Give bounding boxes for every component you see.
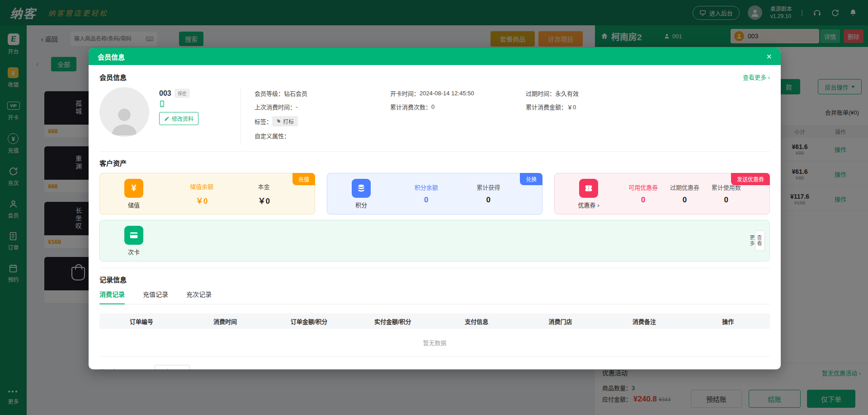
last-consume-label: 上次消费时间： [255, 103, 296, 111]
next-page-icon[interactable]: › [145, 368, 147, 369]
total-amount-label: 累计消费金额： [526, 103, 567, 111]
stat-label: 本金 [258, 182, 270, 191]
stat-value: 0 [486, 196, 491, 205]
edit-profile-button[interactable]: 修改资料 [159, 112, 198, 125]
col-remark: 消费备注 [602, 317, 686, 326]
stat-value: 0 [424, 196, 428, 205]
stat-value: ￥0 [258, 195, 269, 206]
prev-page-icon[interactable]: ‹ [125, 368, 127, 369]
records-section-head: 记录信息 [99, 275, 770, 284]
records-table: 订单编号 消费时间 订单金额/积分 实付金额/积分 支付信息 消费门店 消费备注… [99, 313, 770, 357]
level-label: 会员等级： [255, 89, 284, 98]
col-paid-amount: 实付金额/积分 [351, 317, 434, 326]
page-size-select[interactable]: 10条/页 [155, 365, 190, 369]
record-tabs: 消费记录 充值记录 充次记录 [99, 289, 770, 304]
member-section-title: 会员信息 [99, 72, 127, 82]
member-info-modal: 会员信息 × 会员信息 查看更多 › 003 保密 [89, 48, 781, 369]
points-icon [352, 179, 371, 198]
edit-profile-label: 修改资料 [172, 115, 193, 122]
member-summary: 003 保密 修改资料 会员等级：钻石会员 上次消费时间：- 标签： [99, 87, 770, 145]
coupon-icon [579, 179, 598, 198]
open-time-value: 2024-08-14 12:45:50 [420, 90, 474, 97]
tab-consume-records[interactable]: 消费记录 [99, 289, 125, 304]
records-table-header: 订单编号 消费时间 订单金额/积分 实付金额/积分 支付信息 消费门店 消费备注… [99, 313, 770, 329]
member-avatar [99, 87, 149, 137]
view-more-label: 查看更多 [743, 74, 766, 81]
assets-section-head: 客户资产 [99, 158, 770, 168]
privacy-badge: 保密 [175, 89, 189, 98]
stat-label: 可用优惠券 [628, 183, 658, 191]
empty-state: 暂无数据 [99, 329, 770, 357]
member-section-head: 会员信息 查看更多 › [99, 72, 770, 82]
custom-attr-label: 自定义属性： [255, 131, 290, 140]
col-consume-time: 消费时间 [183, 317, 267, 326]
modal-header: 会员信息 × [89, 48, 781, 65]
points-label: 积分 [355, 201, 367, 209]
asset-cards: ¥ 储值 储值余额￥0 本金￥0 充值 积分 积分余额0 [99, 173, 770, 214]
stored-value-icon: ¥ [124, 179, 143, 198]
level-value: 钻石会员 [284, 89, 307, 98]
col-action: 操作 [686, 317, 770, 326]
expire-value: 永久有效 [555, 89, 579, 98]
modal-body: 会员信息 查看更多 › 003 保密 修改资料 [89, 65, 781, 369]
pencil-icon [164, 116, 170, 121]
col-order-amount: 订单金额/积分 [267, 317, 351, 326]
stat-value: 0 [683, 196, 687, 205]
consume-count-label: 累计消费次数： [390, 103, 431, 111]
page-number[interactable]: 1 [134, 368, 137, 369]
total-amount-value: ￥0 [567, 103, 576, 111]
close-icon[interactable]: × [766, 52, 772, 61]
member-basic-info: 003 保密 修改资料 [159, 87, 227, 145]
tag-icon [276, 119, 281, 124]
times-view-more-button[interactable]: 查看更多 [755, 231, 765, 251]
member-detail-columns: 会员等级：钻石会员 上次消费时间：- 标签： 打标 自定义属性： 开卡时间：20… [255, 87, 770, 145]
times-card: 次卡 查看更多 [99, 220, 770, 261]
records-section-title: 记录信息 [99, 275, 127, 284]
coupons-card: 优惠券 › 可用优惠券0 过期优惠券0 累计使用数0 发送优惠券 [554, 173, 770, 214]
stored-value-card: ¥ 储值 储值余额￥0 本金￥0 充值 [99, 173, 315, 214]
section-divider [99, 151, 770, 152]
last-consume-value: - [296, 103, 297, 110]
consume-count-value: 0 [431, 103, 434, 110]
col-store: 消费门店 [519, 317, 602, 326]
open-time-label: 开卡时间： [390, 89, 420, 98]
times-card-label: 次卡 [128, 247, 140, 256]
total-count-label: 共 0 条 [99, 367, 118, 369]
assets-section-title: 客户资产 [99, 158, 127, 168]
col-order-no: 订单编号 [99, 317, 183, 326]
tag-mark-button[interactable]: 打标 [272, 116, 298, 126]
stat-value: 0 [724, 196, 728, 205]
expire-label: 过期时间： [526, 89, 555, 98]
coupons-name: 优惠券 [578, 202, 596, 209]
times-card-icon [124, 226, 143, 245]
member-view-more-link[interactable]: 查看更多 › [743, 73, 770, 81]
vertical-divider [241, 87, 241, 145]
stat-value: ￥0 [196, 195, 208, 206]
pagination: 共 0 条 ‹ 1 › 10条/页 [99, 365, 770, 369]
coupons-label[interactable]: 优惠券 › [578, 201, 599, 209]
tag-mark-label: 打标 [283, 117, 294, 125]
stat-value: 0 [641, 196, 645, 205]
stored-value-label: 储值 [128, 201, 140, 209]
tab-times-records[interactable]: 充次记录 [186, 289, 212, 304]
section-divider [99, 268, 770, 268]
col-pay-info: 支付信息 [435, 317, 519, 326]
stat-label: 储值余额 [190, 182, 213, 191]
app-page: 纳客 纳客营店更轻松 进入后台 桌游剧本 v1.29.10 | E 开台 [0, 0, 868, 415]
member-name: 003 [159, 89, 171, 98]
points-card: 积分 积分余额0 累计获得0 兑换 [327, 173, 542, 214]
modal-title: 会员信息 [98, 52, 125, 61]
exchange-ribbon-button[interactable]: 兑换 [520, 173, 542, 185]
stat-label: 积分余额 [415, 183, 438, 191]
stat-label: 过期优惠券 [670, 183, 699, 191]
stat-label: 累计获得 [476, 183, 500, 191]
tab-recharge-records[interactable]: 充值记录 [143, 289, 168, 304]
tag-label: 标签： [255, 117, 272, 126]
send-coupon-ribbon-button[interactable]: 发送优惠券 [731, 173, 770, 185]
phone-icon [159, 100, 227, 107]
recharge-ribbon-button[interactable]: 充值 [292, 173, 315, 185]
